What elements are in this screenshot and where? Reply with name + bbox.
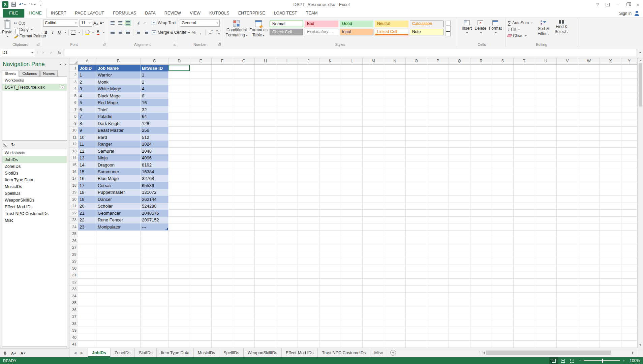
cell-style-input[interactable]: Input (340, 29, 373, 35)
cell-P11[interactable] (427, 134, 449, 141)
cell-E18[interactable] (190, 182, 212, 189)
cell-W13[interactable] (578, 148, 600, 154)
row-header-31[interactable]: 31 (69, 272, 78, 279)
underline-button[interactable]: U (57, 29, 62, 36)
close-workbook-icon[interactable]: × (61, 86, 64, 89)
cell-R21[interactable] (470, 203, 492, 210)
cell-W26[interactable] (578, 237, 600, 244)
cell-K35[interactable] (319, 299, 341, 306)
cell-J27[interactable] (298, 244, 319, 251)
cell-E23[interactable] (190, 217, 212, 223)
cell-R6[interactable] (470, 99, 492, 106)
cell-W2[interactable] (578, 71, 600, 78)
cell-P1[interactable] (427, 65, 449, 71)
bottom-align-button[interactable] (125, 20, 131, 26)
filter-icon[interactable] (3, 143, 7, 147)
cell-D23[interactable] (169, 217, 190, 223)
cell-U1[interactable] (535, 65, 557, 71)
cell-Y7[interactable] (621, 106, 637, 113)
cell-V41[interactable] (557, 341, 578, 347)
cell-J6[interactable] (298, 99, 319, 106)
row-header-34[interactable]: 34 (69, 293, 78, 299)
cell-V22[interactable] (557, 210, 578, 216)
cell-N40[interactable] (384, 334, 406, 341)
cell-I29[interactable] (276, 258, 298, 265)
row-header-24[interactable]: 24 (69, 223, 78, 230)
cell-U25[interactable] (535, 231, 557, 237)
cell-Y10[interactable] (621, 127, 637, 133)
cell-A8[interactable]: 7 (78, 113, 96, 120)
cell-Y9[interactable] (621, 120, 637, 127)
cell-S28[interactable] (492, 251, 514, 258)
cell-Q37[interactable] (449, 313, 470, 320)
cell-G35[interactable] (233, 299, 255, 306)
cell-W17[interactable] (578, 175, 600, 182)
cell-V38[interactable] (557, 320, 578, 327)
cell-S23[interactable] (492, 217, 514, 223)
cell-E27[interactable] (190, 244, 212, 251)
cell-O20[interactable] (406, 196, 427, 203)
cell-M14[interactable] (363, 154, 384, 161)
cell-F12[interactable] (212, 141, 233, 147)
cell-M40[interactable] (363, 334, 384, 341)
cell-Y24[interactable] (621, 223, 637, 230)
cell-M21[interactable] (363, 203, 384, 210)
cell-Y41[interactable] (621, 341, 637, 347)
cell-V23[interactable] (557, 217, 578, 223)
cell-W24[interactable] (578, 223, 600, 230)
cell-K17[interactable] (319, 175, 341, 182)
row-header-40[interactable]: 40 (69, 334, 78, 341)
cell-E20[interactable] (190, 196, 212, 203)
cell-T38[interactable] (514, 320, 535, 327)
cell-W27[interactable] (578, 244, 600, 251)
cell-F24[interactable] (212, 223, 233, 230)
cell-R24[interactable] (470, 223, 492, 230)
cell-U13[interactable] (535, 148, 557, 154)
cell-R1[interactable] (470, 65, 492, 71)
cell-E40[interactable] (190, 334, 212, 341)
column-header-H[interactable]: H (255, 58, 276, 65)
cell-style-normal[interactable]: Normal (270, 21, 303, 27)
cell-A31[interactable] (78, 272, 96, 279)
cell-O12[interactable] (406, 141, 427, 147)
cell-Q8[interactable] (449, 113, 470, 120)
cell-I26[interactable] (276, 237, 298, 244)
cell-Q33[interactable] (449, 286, 470, 293)
cell-D38[interactable] (169, 320, 190, 327)
cell-Y19[interactable] (621, 189, 637, 196)
cell-J14[interactable] (298, 154, 319, 161)
cell-W11[interactable] (578, 134, 600, 141)
cell-T17[interactable] (514, 175, 535, 182)
cell-A40[interactable] (78, 334, 96, 341)
cell-Y38[interactable] (621, 320, 637, 327)
column-header-X[interactable]: X (600, 58, 621, 65)
align-right-button[interactable] (125, 29, 131, 36)
cell-S21[interactable] (492, 203, 514, 210)
decrease-indent-icon[interactable] (135, 29, 142, 36)
cell-Q11[interactable] (449, 134, 470, 141)
cell-J17[interactable] (298, 175, 319, 182)
cell-N14[interactable] (384, 154, 406, 161)
normal-view-icon[interactable] (549, 357, 558, 364)
cell-A29[interactable] (78, 258, 96, 265)
cell-L41[interactable] (341, 341, 363, 347)
cell-M4[interactable] (363, 85, 384, 92)
cell-M24[interactable] (363, 223, 384, 230)
cell-A17[interactable]: 16 (78, 175, 96, 182)
sheet-tab-musicids[interactable]: MusicIDs (194, 348, 219, 357)
cell-G8[interactable] (233, 113, 255, 120)
row-header-17[interactable]: 17 (69, 175, 78, 182)
cell-T32[interactable] (514, 279, 535, 285)
cell-A16[interactable]: 15 (78, 168, 96, 175)
cell-H10[interactable] (255, 127, 276, 133)
cell-U39[interactable] (535, 327, 557, 334)
cell-Y39[interactable] (621, 327, 637, 334)
cell-G33[interactable] (233, 286, 255, 293)
cell-O24[interactable] (406, 223, 427, 230)
cell-O17[interactable] (406, 175, 427, 182)
cell-E17[interactable] (190, 175, 212, 182)
cell-G25[interactable] (233, 231, 255, 237)
cell-L32[interactable] (341, 279, 363, 285)
cell-J23[interactable] (298, 217, 319, 223)
cell-D26[interactable] (169, 237, 190, 244)
